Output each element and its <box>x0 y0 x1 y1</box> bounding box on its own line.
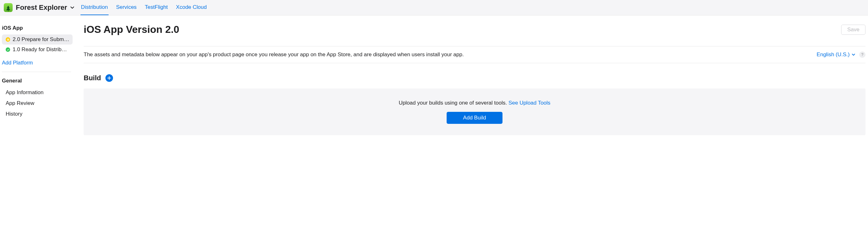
tab-xcode-cloud[interactable]: Xcode Cloud <box>176 0 207 15</box>
tab-distribution[interactable]: Distribution <box>81 0 108 15</box>
sidebar-link-app-review[interactable]: App Review <box>2 98 74 109</box>
app-name: Forest Explorer <box>16 3 67 12</box>
build-upload-text: Upload your builds using one of several … <box>399 100 551 106</box>
plus-icon <box>107 76 111 80</box>
question-icon: ? <box>861 53 864 57</box>
save-button[interactable]: Save <box>841 25 866 35</box>
build-upload-panel: Upload your builds using one of several … <box>84 88 866 135</box>
app-switcher-chevron[interactable] <box>68 4 76 11</box>
metadata-description: The assets and metadata below appear on … <box>84 52 464 58</box>
sidebar-version-label: 1.0 Ready for Distribution <box>12 47 69 53</box>
svg-rect-0 <box>8 10 8 12</box>
tab-testflight[interactable]: TestFlight <box>144 0 168 15</box>
sidebar-link-history[interactable]: History <box>2 109 74 119</box>
metadata-bar: The assets and metadata below appear on … <box>84 46 866 63</box>
status-pending-icon <box>6 37 10 42</box>
sidebar-version-2-0[interactable]: 2.0 Prepare for Submissi... <box>2 34 72 45</box>
main-tabs: Distribution Services TestFlight Xcode C… <box>81 0 207 15</box>
main-content: iOS App Version 2.0 Save The assets and … <box>74 16 868 135</box>
tab-services[interactable]: Services <box>116 0 137 15</box>
top-bar: Forest Explorer Distribution Services Te… <box>0 0 868 16</box>
sidebar-platform-heading: iOS App <box>2 25 74 31</box>
see-upload-tools-link[interactable]: See Upload Tools <box>508 100 551 106</box>
add-platform-link[interactable]: Add Platform <box>2 55 33 72</box>
add-build-icon-button[interactable] <box>105 74 113 82</box>
add-build-button[interactable]: Add Build <box>446 112 502 124</box>
chevron-down-icon <box>70 5 74 10</box>
language-label: English (U.S.) <box>816 52 850 58</box>
status-ready-icon <box>6 48 10 52</box>
sidebar: iOS App 2.0 Prepare for Submissi... 1.0 … <box>0 16 74 135</box>
help-button[interactable]: ? <box>859 52 866 58</box>
app-icon <box>4 3 12 12</box>
sidebar-general-heading: General <box>2 78 74 84</box>
sidebar-divider <box>2 72 71 72</box>
language-selector[interactable]: English (U.S.) <box>816 52 856 58</box>
sidebar-link-app-information[interactable]: App Information <box>2 87 74 98</box>
chevron-down-icon <box>851 53 856 57</box>
page-title: iOS App Version 2.0 <box>84 24 179 35</box>
sidebar-version-label: 2.0 Prepare for Submissi... <box>12 36 69 43</box>
build-section-heading: Build <box>84 74 101 82</box>
sidebar-version-1-0[interactable]: 1.0 Ready for Distribution <box>2 45 72 55</box>
